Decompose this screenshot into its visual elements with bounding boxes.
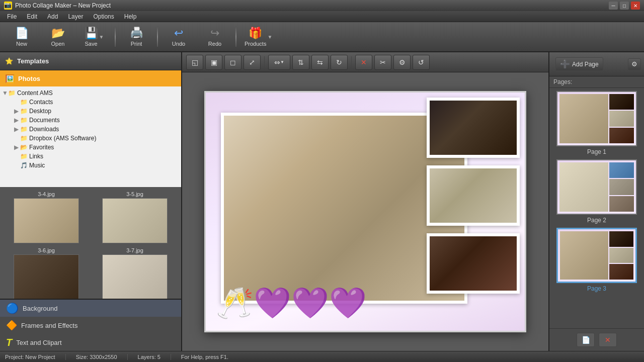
tree-favorites[interactable]: ▶ 📂 Favorites — [0, 143, 181, 152]
save-icon: 💾 — [85, 27, 98, 40]
restore-button[interactable]: □ — [620, 2, 629, 10]
frames-label: Frames and Effects — [21, 322, 77, 329]
canvas-viewport[interactable]: 🥂💜💜💜 — [182, 72, 548, 351]
tree-desktop[interactable]: ▶ 📁 Desktop — [0, 107, 181, 116]
products-button[interactable]: 🎁 Products ▼ — [239, 24, 277, 50]
close-button[interactable]: ✕ — [631, 2, 640, 10]
ct-reset-button[interactable]: ↺ — [413, 55, 430, 70]
menu-options[interactable]: Options — [88, 12, 119, 21]
thumbnail-3[interactable]: 3-6.jpg — [4, 247, 89, 299]
ct-fit-icon: ◱ — [192, 58, 198, 66]
menu-file[interactable]: File — [2, 12, 22, 21]
page-1-side-photo-1 — [609, 94, 634, 110]
tree-music[interactable]: ▶ 🎵 Music — [0, 161, 181, 170]
print-icon: 🖨️ — [130, 27, 143, 40]
photos-tab-label: Photos — [18, 75, 40, 82]
text-label: Text and Clipart — [16, 339, 61, 346]
background-icon: 🔵 — [6, 302, 19, 314]
photos-icon: 🖼️ — [5, 74, 15, 83]
delete-page-button[interactable]: ✕ — [599, 333, 617, 347]
photo-frame-tr[interactable] — [427, 98, 520, 158]
page-2-thumbnail[interactable] — [556, 159, 637, 215]
folder-icon: 📁 — [20, 99, 28, 106]
add-page-button[interactable]: ➕ Add Page — [555, 57, 603, 71]
ct-flipv-button[interactable]: ⇅ — [292, 55, 309, 70]
page-3-label: Page 3 — [587, 285, 606, 292]
tree-links[interactable]: ▶ 📁 Links — [0, 152, 181, 161]
tree-contacts-label: Contacts — [29, 99, 53, 106]
ct-crop-button[interactable]: ✂ — [374, 55, 391, 70]
page-3-thumbnail[interactable] — [556, 228, 637, 283]
tree-root[interactable]: ▼ 📁 Content AMS — [0, 88, 181, 98]
tree-downloads-label: Downloads — [29, 126, 59, 133]
tree-downloads[interactable]: ▶ 📁 Downloads — [0, 125, 181, 134]
menu-layer[interactable]: Layer — [63, 12, 88, 21]
tree-dropbox-label: Dropbox (AMS Software) — [29, 135, 96, 142]
redo-button[interactable]: ↪ Redo — [197, 24, 232, 50]
canvas-area: ◱ ▣ ◻ ⤢ ⇔ ▼ ⇅ ⇆ ↻ — [182, 52, 548, 351]
page-item-3[interactable]: Page 3 — [552, 228, 641, 292]
ct-flipv-icon: ⇅ — [298, 58, 304, 66]
panel-header: ⭐ Templates — [0, 52, 181, 70]
page-3-main-photo — [560, 231, 608, 280]
folder-icon: 📁 — [8, 89, 16, 97]
photo-frame-br[interactable] — [427, 233, 520, 294]
tree-documents[interactable]: ▶ 📁 Documents — [0, 116, 181, 125]
thumbnail-4[interactable]: 3-7.jpg — [93, 247, 177, 299]
folder-icon: 🎵 — [20, 162, 28, 169]
page-3-side-photo-3 — [609, 264, 633, 280]
left-panel: ⭐ Templates 🖼️ Photos ▼ 📁 Content AMS ▶ … — [0, 52, 182, 351]
thumbnail-2[interactable]: 3-5.jpg — [93, 191, 177, 243]
page-2-side-photo-3 — [609, 196, 634, 212]
text-clipart-button[interactable]: T Text and Clipart — [0, 334, 181, 351]
ct-align-button[interactable]: ⇔ ▼ — [268, 55, 290, 70]
frames-icon: 🔶 — [6, 320, 17, 331]
ct-delete-icon: ✕ — [361, 58, 367, 66]
page-settings-button[interactable]: ⚙ — [628, 58, 641, 70]
ct-resize-button[interactable]: ⤢ — [244, 55, 261, 70]
file-tree[interactable]: ▼ 📁 Content AMS ▶ 📁 Contacts ▶ 📁 Desktop… — [0, 86, 181, 187]
tree-contacts[interactable]: ▶ 📁 Contacts — [0, 98, 181, 107]
new-page-icon: 📄 — [582, 336, 590, 344]
undo-button[interactable]: ↩ Undo — [161, 24, 196, 50]
menu-edit[interactable]: Edit — [22, 12, 42, 21]
ct-settings-button[interactable]: ⚙ — [393, 55, 411, 70]
ct-deselect-button[interactable]: ◻ — [224, 55, 242, 70]
ct-fit-button[interactable]: ◱ — [186, 55, 203, 70]
page-item-2[interactable]: Page 2 — [552, 159, 641, 224]
expand-icon: ▶ — [14, 144, 19, 151]
ct-reset-icon: ↺ — [418, 58, 424, 66]
folder-icon: 📁 — [20, 117, 28, 124]
page-2-main-photo — [559, 162, 608, 212]
page-1-side-photo-2 — [609, 111, 634, 126]
page-1-thumbnail[interactable] — [556, 91, 637, 146]
print-button[interactable]: 🖨️ Print — [119, 24, 154, 50]
menu-help[interactable]: Help — [119, 12, 142, 21]
tree-dropbox[interactable]: ▶ 📁 Dropbox (AMS Software) — [0, 134, 181, 143]
templates-label: Templates — [17, 57, 49, 65]
menu-add[interactable]: Add — [42, 12, 63, 21]
background-button[interactable]: 🔵 Background — [0, 300, 181, 317]
photos-tab[interactable]: 🖼️ Photos — [0, 70, 181, 86]
thumbnail-1[interactable]: 3-4.jpg — [4, 191, 89, 243]
ct-fliph-button[interactable]: ⇆ — [311, 55, 329, 70]
photo-mr-image — [430, 168, 517, 223]
ct-select-all-button[interactable]: ▣ — [205, 55, 222, 70]
save-button[interactable]: 💾 Save ▼ — [76, 24, 112, 50]
ct-rotate-button[interactable]: ↻ — [331, 55, 348, 70]
new-page-button[interactable]: 📄 — [577, 333, 595, 347]
photo-frame-mr[interactable] — [427, 165, 520, 226]
add-page-label: Add Page — [572, 61, 599, 68]
ct-delete-button[interactable]: ✕ — [355, 55, 372, 70]
folder-icon: 📂 — [20, 144, 28, 151]
frames-effects-button[interactable]: 🔶 Frames and Effects — [0, 317, 181, 334]
page-item-1[interactable]: Page 1 — [552, 91, 641, 155]
open-button[interactable]: 📂 Open — [40, 24, 75, 50]
statusbar: Project: New Project Size: 3300x2550 Lay… — [0, 351, 644, 362]
ct-separator-1 — [264, 56, 265, 68]
minimize-button[interactable]: ─ — [609, 2, 618, 10]
save-arrow-icon: ▼ — [99, 34, 104, 40]
new-button[interactable]: 📄 New — [4, 24, 39, 50]
ct-rotate-icon: ↻ — [336, 58, 342, 66]
page-1-main-photo — [559, 94, 608, 143]
